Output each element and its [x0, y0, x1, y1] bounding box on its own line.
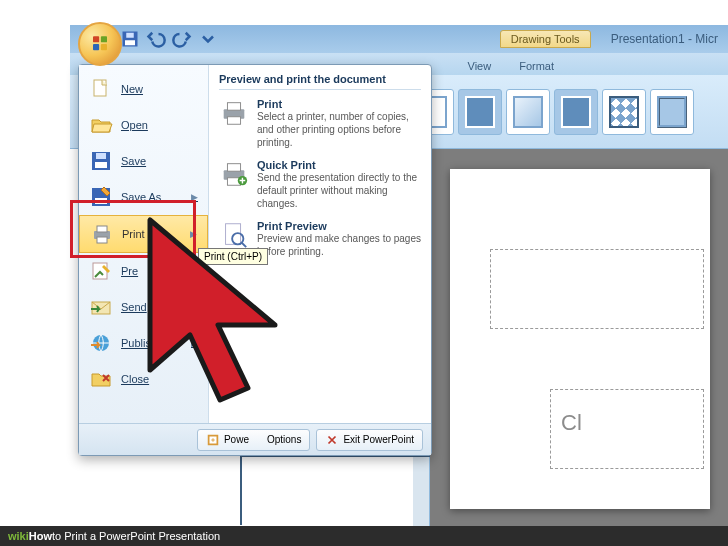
svg-rect-4	[93, 36, 99, 42]
decorative-line	[240, 455, 242, 525]
svg-rect-5	[101, 36, 107, 42]
menu-item-prepare[interactable]: Pre ▶	[79, 253, 208, 289]
menu-item-close[interactable]: Close	[79, 361, 208, 397]
slide[interactable]: Cl	[450, 169, 710, 509]
submenu-desc: Select a printer, number of copies, and …	[257, 110, 421, 149]
save-as-icon	[89, 185, 113, 209]
frame-style-2[interactable]	[458, 89, 502, 135]
menu-label: Close	[121, 373, 149, 385]
submenu-title: Quick Print	[257, 159, 421, 171]
menu-label: Open	[121, 119, 148, 131]
exit-icon	[325, 433, 339, 447]
svg-rect-11	[96, 153, 106, 159]
print-icon	[90, 222, 114, 246]
exit-powerpoint-button[interactable]: Exit PowerPoint	[316, 429, 423, 451]
svg-rect-2	[126, 33, 134, 38]
title-bar: Drawing Tools Presentation1 - Micr	[70, 25, 728, 53]
tab-format[interactable]: Format	[505, 57, 568, 75]
menu-label: Save As	[121, 191, 161, 203]
svg-rect-22	[227, 117, 240, 125]
menu-label: Pre	[121, 265, 138, 277]
svg-rect-6	[93, 44, 99, 50]
office-menu-left: New Open Save Save As ▶ Print ▶	[79, 65, 209, 423]
svg-point-3	[88, 32, 113, 57]
quick-print-icon	[219, 159, 249, 189]
save-icon[interactable]	[120, 29, 140, 49]
button-label: Exit PowerPoint	[343, 434, 414, 445]
svg-rect-15	[97, 226, 107, 232]
new-icon	[89, 77, 113, 101]
app-title: Presentation1 - Micr	[611, 32, 718, 46]
save-icon	[89, 149, 113, 173]
submenu-desc: Preview and make changes to pages before…	[257, 232, 421, 258]
office-button[interactable]	[78, 22, 122, 66]
prepare-icon	[89, 259, 113, 283]
menu-item-save[interactable]: Save	[79, 143, 208, 179]
slide-canvas-area: Cl	[430, 149, 728, 526]
button-label: Powe	[224, 434, 249, 445]
wikihow-logo-wiki: wiki	[8, 530, 29, 542]
svg-rect-21	[227, 103, 240, 111]
tooltip: Print (Ctrl+P)	[198, 248, 268, 265]
submenu-item-quick-print[interactable]: Quick Print Send the presentation direct…	[219, 159, 421, 210]
submenu-title: Print Preview	[257, 220, 421, 232]
submenu-desc: Send the presentation directly to the de…	[257, 171, 421, 210]
print-icon	[219, 98, 249, 128]
chevron-right-icon: ▶	[191, 192, 198, 202]
svg-rect-1	[125, 40, 135, 45]
close-icon	[89, 367, 113, 391]
svg-rect-16	[97, 237, 107, 243]
menu-label: New	[121, 83, 143, 95]
qat-dropdown-icon[interactable]	[198, 29, 218, 49]
publish-icon	[89, 331, 113, 355]
options-icon	[206, 433, 220, 447]
frame-style-3[interactable]	[506, 89, 550, 135]
chevron-right-icon: ▶	[191, 302, 198, 312]
menu-item-send[interactable]: Send ▶	[79, 289, 208, 325]
svg-rect-10	[95, 162, 107, 168]
tab-view[interactable]: View	[454, 57, 506, 75]
svg-rect-24	[227, 164, 240, 172]
content-placeholder[interactable]: Cl	[550, 389, 704, 469]
print-preview-icon	[219, 220, 249, 250]
contextual-tab-drawing-tools: Drawing Tools	[500, 30, 591, 48]
submenu-title: Print	[257, 98, 421, 110]
send-icon	[89, 295, 113, 319]
wikihow-caption: wikiHow to Print a PowerPoint Presentati…	[0, 526, 728, 546]
office-menu-footer: PoweOptions Exit PowerPoint	[79, 423, 431, 455]
frame-style-6[interactable]	[650, 89, 694, 135]
menu-label: Print	[122, 228, 145, 240]
open-icon	[89, 113, 113, 137]
svg-rect-7	[101, 44, 107, 50]
office-menu-right: Preview and print the document Print Sel…	[209, 65, 431, 423]
menu-label: Send	[121, 301, 147, 313]
menu-item-open[interactable]: Open	[79, 107, 208, 143]
frame-style-4[interactable]	[554, 89, 598, 135]
chevron-right-icon: ▶	[148, 266, 155, 276]
powerpoint-options-button[interactable]: PoweOptions	[197, 429, 310, 451]
chevron-right-icon: ▶	[190, 229, 197, 239]
menu-label: Publish	[121, 337, 157, 349]
title-placeholder[interactable]	[490, 249, 704, 329]
menu-label: Save	[121, 155, 146, 167]
chevron-right-icon: ▶	[191, 338, 198, 348]
wikihow-logo-how: How	[29, 530, 52, 542]
submenu-item-print[interactable]: Print Select a printer, number of copies…	[219, 98, 421, 149]
undo-icon[interactable]	[146, 29, 166, 49]
menu-item-save-as[interactable]: Save As ▶	[79, 179, 208, 215]
menu-item-print[interactable]: Print ▶	[79, 215, 208, 253]
frame-style-5[interactable]	[602, 89, 646, 135]
wikihow-title: to Print a PowerPoint Presentation	[52, 530, 220, 542]
redo-icon[interactable]	[172, 29, 192, 49]
menu-item-new[interactable]: New	[79, 71, 208, 107]
submenu-header: Preview and print the document	[219, 73, 421, 90]
menu-item-publish[interactable]: Publish ▶	[79, 325, 208, 361]
svg-rect-13	[95, 198, 107, 204]
